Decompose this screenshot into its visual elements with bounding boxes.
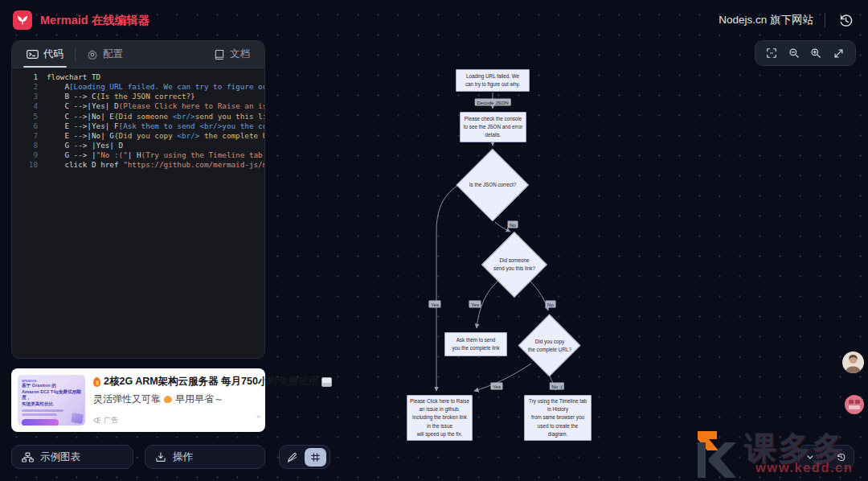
actions-label: 操作 bbox=[173, 450, 193, 464]
chevron-down-icon bbox=[805, 452, 815, 462]
edit-mode-button[interactable] bbox=[280, 446, 305, 468]
history-small-icon bbox=[836, 452, 846, 462]
brand-mark-icon bbox=[845, 395, 864, 414]
ad-image-line1: 基于 Graviton 的 bbox=[22, 383, 81, 389]
ad-tag: 广告 bbox=[93, 415, 259, 426]
ad-image-line2: Amazon EC2 T4g免费试用额度， bbox=[22, 389, 81, 401]
zoom-out-icon bbox=[788, 47, 800, 59]
pencil-icon bbox=[287, 452, 297, 462]
expand-icon bbox=[833, 47, 845, 60]
collapse-panel-button[interactable] bbox=[798, 445, 822, 469]
ad-tag-label: 广告 bbox=[104, 415, 118, 426]
flow-node-D[interactable]: Please Click here to Raisean issue in gi… bbox=[407, 395, 473, 441]
flowchart-icon bbox=[22, 452, 34, 462]
edge-label-yes-g-d: Yes bbox=[490, 383, 502, 390]
ad-collapse-chevron[interactable]: » bbox=[256, 413, 260, 421]
megaphone-icon bbox=[93, 417, 101, 424]
qr-avatar[interactable] bbox=[845, 395, 864, 414]
fullscreen-button[interactable] bbox=[764, 46, 779, 60]
ad-image: amazon 基于 Graviton 的 Amazon EC2 T4g免费试用额… bbox=[18, 375, 85, 426]
edge-label-yes-e-f: Yes bbox=[469, 301, 481, 308]
flow-node-H: Try using the Timeline tabin Historyfrom… bbox=[524, 395, 592, 441]
download-icon bbox=[155, 451, 166, 462]
flow-node-A: Loading URL failed. Wecan try to figure … bbox=[456, 69, 530, 92]
ad-image-decoration bbox=[71, 413, 84, 424]
contact-avatar[interactable] bbox=[842, 352, 864, 373]
actions-button[interactable]: 操作 bbox=[145, 445, 265, 469]
ad-badge-icon bbox=[321, 377, 332, 387]
grid-mode-button[interactable] bbox=[305, 448, 326, 467]
zoom-out-button[interactable] bbox=[787, 46, 801, 60]
expand-button[interactable] bbox=[831, 46, 846, 61]
examples-button[interactable]: 示例图表 bbox=[11, 445, 133, 469]
ad-subtitle: 灵活弹性又可靠 早用早省～ bbox=[93, 393, 259, 406]
ad-title-text: 2核2G ARM架构云服务器 每月750小时免费试用 bbox=[104, 375, 318, 388]
diagram-toolbar bbox=[755, 40, 856, 66]
examples-label: 示例图表 bbox=[40, 450, 80, 464]
ad-image-line3: 实现更高性价比 bbox=[22, 401, 81, 408]
ad-title: 2核2G ARM架构云服务器 每月750小时免费试用 bbox=[93, 375, 259, 388]
ad-body: 2核2G ARM架构云服务器 每月750小时免费试用 灵活弹性又可靠 早用早省～… bbox=[85, 375, 259, 426]
ad-card[interactable]: amazon 基于 Graviton 的 Amazon EC2 T4g免费试用额… bbox=[11, 368, 265, 432]
fullscreen-icon bbox=[766, 47, 777, 59]
edge-label-no-c-e: No bbox=[508, 221, 518, 228]
edge-label-no-g-h: No :( bbox=[550, 383, 564, 390]
ad-image-button bbox=[22, 419, 59, 426]
grid-icon bbox=[310, 452, 321, 462]
flow-node-F: Ask them to sendyou the complete link bbox=[444, 332, 507, 356]
person-photo-icon bbox=[842, 352, 864, 373]
edge-label-decode-json: Decode JSON bbox=[475, 99, 511, 106]
zoom-in-icon bbox=[810, 47, 821, 59]
edge-label-yes-c-d: Yes bbox=[428, 301, 440, 308]
flow-node-C: Is the JSON correct? bbox=[457, 149, 529, 221]
ad-image-bullet bbox=[22, 413, 57, 416]
flow-node-E: Did someonesend you this link? bbox=[481, 232, 547, 298]
fire-emoji-icon bbox=[93, 377, 100, 387]
muscle-emoji-icon bbox=[164, 396, 172, 403]
zoom-in-button[interactable] bbox=[809, 46, 823, 60]
ad-subtitle-pre: 灵活弹性又可靠 bbox=[93, 393, 161, 406]
flow-node-B: Please check the consoleto see the JSON … bbox=[460, 112, 526, 142]
app: { "header": { "title": "Mermaid 在线编辑器", … bbox=[0, 0, 868, 481]
ad-subtitle-post: 早用早省～ bbox=[175, 393, 223, 406]
mode-toggle bbox=[279, 445, 330, 469]
flow-node-G: Did you copythe complete URL? bbox=[518, 314, 581, 377]
edge-label-no-e-g: No bbox=[546, 301, 556, 308]
reset-view-button[interactable] bbox=[827, 445, 854, 469]
ad-image-bullet bbox=[22, 409, 63, 412]
